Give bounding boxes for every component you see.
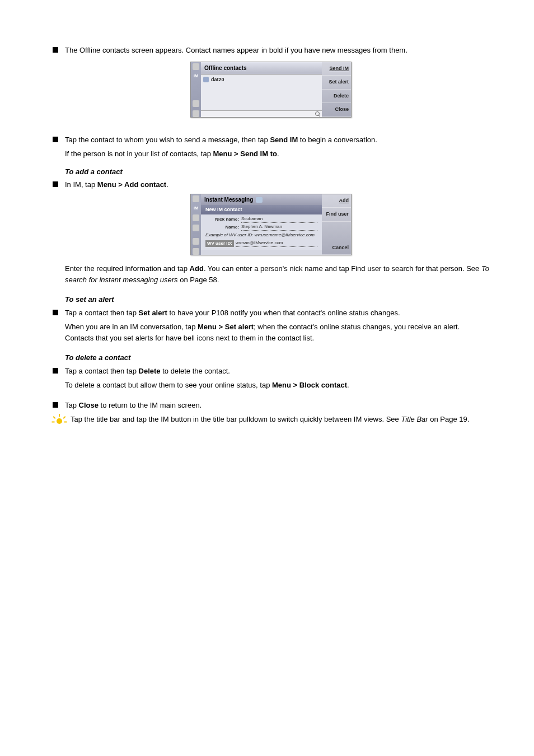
title-text: Instant Messaging bbox=[204, 197, 253, 203]
sidebar-icon bbox=[193, 110, 199, 117]
sidebar-icon bbox=[193, 248, 199, 255]
text: Tap the title bar and tap the IM button … bbox=[71, 415, 401, 423]
paragraph: Tap the contact to whom you wish to send… bbox=[65, 134, 489, 146]
paragraph: When you are in an IM conversation, tap … bbox=[65, 321, 489, 343]
paragraph: Enter the required information and tap A… bbox=[65, 263, 489, 285]
text: The Offline contacts screen appears. Con… bbox=[65, 46, 407, 54]
text: . bbox=[347, 381, 349, 389]
bold-text: Set alert bbox=[139, 309, 167, 317]
person-icon bbox=[203, 77, 209, 82]
paragraph: Tap a contact then tap Set alert to have… bbox=[65, 307, 489, 319]
contact-list: dat20 bbox=[201, 74, 322, 110]
nickname-label: Nick name: bbox=[205, 216, 241, 223]
sidebar-icon bbox=[193, 225, 199, 231]
tip-paragraph: Tap the title bar and tap the IM button … bbox=[71, 414, 469, 425]
cancel-button: Cancel bbox=[322, 241, 351, 255]
screenshot-header: Offline contacts bbox=[201, 62, 322, 74]
bold-text: Menu > Send IM to bbox=[213, 150, 277, 158]
offline-contacts-screenshot: IM Offline contacts dat20 Send IM bbox=[190, 62, 352, 118]
screenshot-sidebar: IM bbox=[191, 62, 201, 117]
text: To delete a contact but allow them to se… bbox=[65, 381, 272, 389]
contact-item: dat20 bbox=[203, 76, 320, 85]
name-value: Stephen A. Newman bbox=[241, 223, 317, 231]
screenshot-title: Instant Messaging bbox=[201, 194, 322, 205]
sidebar-icon bbox=[193, 214, 199, 221]
paragraph: Tap a contact then tap Delete to delete … bbox=[65, 366, 489, 377]
bold-text: Menu > Add contact bbox=[97, 180, 166, 189]
text: Tap a contact then tap bbox=[65, 309, 139, 317]
form-body: Nick name: Scubaman Name: Stephen A. New… bbox=[201, 214, 322, 250]
text: In IM, tap bbox=[65, 180, 97, 189]
text: . You can enter a person's nick name and… bbox=[204, 264, 481, 273]
add-button: Add bbox=[322, 194, 351, 208]
sidebar-icon bbox=[193, 195, 199, 202]
paragraph: To delete a contact but allow them to se… bbox=[65, 380, 489, 391]
contact-name: dat20 bbox=[211, 76, 224, 84]
screenshot-main: Offline contacts dat20 bbox=[201, 62, 322, 117]
paragraph: If the person is not in your list of con… bbox=[65, 148, 489, 160]
bullet-icon bbox=[53, 181, 58, 187]
text: . bbox=[166, 180, 168, 189]
text: When you are in an IM conversation, tap bbox=[65, 323, 198, 331]
bold-text: Delete bbox=[139, 367, 161, 375]
text: on Page 58. bbox=[178, 276, 219, 284]
bold-text: Menu > Set alert bbox=[198, 323, 254, 331]
screenshot-sidebar: IM bbox=[191, 194, 201, 255]
text: to begin a conversation. bbox=[298, 136, 377, 144]
paragraph: In IM, tap Menu > Add contact. bbox=[65, 179, 489, 190]
find-user-button: Find user bbox=[322, 208, 351, 222]
send-im-button: Send IM bbox=[322, 62, 351, 76]
wv-user-id-label: WV user ID: bbox=[205, 240, 234, 247]
bullet-icon bbox=[53, 137, 58, 142]
screenshot-main: Instant Messaging New IM contact Nick na… bbox=[201, 194, 322, 255]
search-bar bbox=[201, 110, 322, 117]
paragraph: The Offline contacts screen appears. Con… bbox=[65, 45, 489, 56]
name-label: Name: bbox=[205, 224, 241, 231]
text: Tap bbox=[65, 401, 79, 409]
text: to return to the IM main screen. bbox=[99, 401, 202, 409]
sidebar-icon bbox=[193, 100, 199, 107]
heading-add-contact: To add a contact bbox=[65, 167, 123, 176]
text: Tap the contact to whom you wish to send… bbox=[65, 136, 270, 144]
text: Tap a contact then tap bbox=[65, 367, 139, 375]
text: . bbox=[277, 150, 279, 158]
sidebar-icon bbox=[193, 238, 199, 245]
screenshot-subheader: New IM contact bbox=[201, 205, 322, 215]
search-icon bbox=[315, 111, 320, 116]
text: to delete the contact. bbox=[161, 367, 230, 375]
sidebar-icon bbox=[193, 63, 199, 70]
bold-text: Menu > Block contact bbox=[272, 381, 347, 389]
example-text: Example of WV user ID: wv:username@IMser… bbox=[205, 232, 317, 239]
link-reference: Title Bar bbox=[401, 415, 428, 423]
wv-user-id-value: wv:san@IMservice.com bbox=[236, 240, 317, 247]
delete-button: Delete bbox=[322, 90, 351, 104]
chat-bubble-icon bbox=[256, 197, 263, 203]
sidebar-label: IM bbox=[194, 73, 198, 80]
text: Enter the required information and tap bbox=[65, 264, 190, 273]
bold-text: Close bbox=[79, 401, 99, 409]
heading-set-alert: To set an alert bbox=[65, 295, 114, 304]
bullet-icon bbox=[53, 368, 58, 374]
bold-text: Add bbox=[190, 264, 204, 273]
nickname-value: Scubaman bbox=[241, 216, 317, 223]
screenshot-buttons: Add Find user Cancel bbox=[322, 194, 351, 255]
screenshot-buttons: Send IM Set alert Delete Close bbox=[322, 62, 351, 117]
text: to have your P108 notify you when that c… bbox=[167, 309, 400, 317]
bullet-icon bbox=[53, 310, 58, 315]
paragraph: Tap Close to return to the IM main scree… bbox=[65, 400, 489, 411]
bullet-icon bbox=[53, 402, 58, 408]
text: on Page 19. bbox=[428, 415, 470, 423]
sidebar-label: IM bbox=[194, 206, 198, 212]
close-button: Close bbox=[322, 103, 351, 117]
heading-delete-contact: To delete a contact bbox=[65, 353, 130, 362]
text: If the person is not in your list of con… bbox=[65, 150, 213, 158]
set-alert-button: Set alert bbox=[322, 76, 351, 90]
tip-lightbulb-icon bbox=[53, 414, 66, 427]
new-im-contact-screenshot: IM Instant Messaging New IM contact Nick… bbox=[190, 194, 352, 256]
bullet-icon bbox=[53, 47, 58, 53]
bold-text: Send IM bbox=[270, 136, 298, 144]
